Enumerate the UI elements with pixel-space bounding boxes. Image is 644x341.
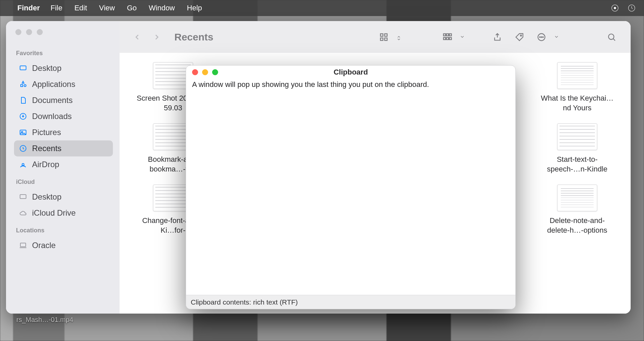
- svg-rect-14: [385, 38, 387, 40]
- computer-icon: [19, 241, 27, 250]
- sidebar-item-recents[interactable]: Recents: [14, 140, 113, 156]
- desktop-icon: [19, 193, 27, 201]
- window-controls: [192, 69, 218, 75]
- svg-point-1: [614, 7, 616, 9]
- menu-go[interactable]: Go: [127, 4, 137, 12]
- sidebar-item-label: Desktop: [32, 192, 61, 202]
- airdrop-icon: [19, 160, 27, 169]
- file-column: What Is the Keychai…nd Yours Start-text-…: [537, 62, 617, 304]
- file-name: What Is the Keychai…nd Yours: [540, 94, 614, 113]
- chevron-down-icon[interactable]: [554, 34, 560, 40]
- svg-point-8: [22, 163, 24, 165]
- menu-edit[interactable]: Edit: [74, 4, 87, 12]
- more-button[interactable]: [535, 31, 548, 43]
- section-favorites: Favorites: [16, 50, 113, 57]
- sidebar-item-oracle[interactable]: Oracle: [14, 237, 113, 253]
- clipboard-titlebar: Clipboard: [186, 66, 515, 79]
- close-dot[interactable]: [15, 29, 21, 35]
- sidebar-item-label: Pictures: [32, 128, 61, 137]
- sidebar-item-label: Applications: [32, 80, 75, 89]
- sidebar-item-applications[interactable]: Applications: [14, 76, 113, 92]
- sidebar-item-label: Downloads: [32, 112, 72, 121]
- file-thumbnail: [557, 185, 597, 211]
- downloads-icon: [19, 112, 27, 121]
- sidebar-item-pictures[interactable]: Pictures: [14, 124, 113, 140]
- file-thumbnail: [557, 62, 597, 89]
- time-machine-icon[interactable]: [627, 4, 636, 12]
- svg-rect-3: [20, 66, 26, 70]
- file-name: Delete-note-and-delete-h…-options: [540, 216, 614, 235]
- applications-icon: [19, 80, 27, 89]
- desktop-file-label[interactable]: rs_Mash…-01.mp4: [8, 316, 82, 324]
- window-title: Clipboard: [186, 68, 515, 77]
- svg-rect-12: [385, 34, 387, 36]
- minimize-dot[interactable]: [26, 29, 32, 35]
- menu-bar: Finder File Edit View Go Window Help: [0, 0, 644, 16]
- section-icloud: iCloud: [16, 179, 113, 186]
- pictures-icon: [19, 128, 27, 137]
- sidebar-item-airdrop[interactable]: AirDrop: [14, 156, 113, 173]
- svg-point-26: [609, 34, 614, 39]
- recents-icon: [19, 144, 27, 153]
- menu-help[interactable]: Help: [187, 4, 202, 12]
- clipboard-window: Clipboard A window will pop up showing y…: [186, 65, 516, 309]
- svg-rect-15: [444, 34, 446, 36]
- svg-rect-20: [449, 37, 451, 39]
- sidebar: Favorites Desktop Applications Documents…: [6, 21, 120, 314]
- documents-icon: [19, 96, 27, 105]
- tags-button[interactable]: [513, 31, 526, 43]
- updown-icon[interactable]: [396, 34, 402, 40]
- zoom-dot[interactable]: [37, 29, 43, 35]
- sidebar-item-documents[interactable]: Documents: [14, 92, 113, 108]
- svg-point-23: [539, 36, 540, 37]
- back-button[interactable]: [132, 32, 142, 42]
- clipboard-content: A window will pop up showing you the las…: [186, 79, 515, 295]
- sidebar-item-label: iCloud Drive: [32, 208, 76, 218]
- sidebar-item-icloud-desktop[interactable]: Desktop: [14, 189, 113, 205]
- svg-point-21: [520, 35, 522, 36]
- zoom-button[interactable]: [212, 69, 218, 75]
- window-controls: [15, 29, 113, 35]
- cloud-icon: [19, 209, 27, 217]
- screen-record-icon[interactable]: [611, 4, 619, 12]
- svg-point-24: [541, 36, 542, 37]
- view-icons-button[interactable]: [377, 31, 390, 43]
- search-button[interactable]: [605, 31, 618, 43]
- app-name[interactable]: Finder: [17, 4, 40, 12]
- minimize-button[interactable]: [202, 69, 208, 75]
- svg-rect-10: [20, 243, 26, 247]
- file-item[interactable]: Start-text-to-speech-…n-Kindle: [540, 123, 614, 174]
- sidebar-item-icloud-drive[interactable]: iCloud Drive: [14, 205, 113, 221]
- menu-window[interactable]: Window: [149, 4, 175, 12]
- sidebar-item-downloads[interactable]: Downloads: [14, 108, 113, 124]
- sidebar-item-label: AirDrop: [32, 160, 59, 169]
- group-button[interactable]: [441, 31, 454, 43]
- menu-view[interactable]: View: [99, 4, 115, 12]
- sidebar-item-label: Oracle: [32, 241, 56, 250]
- svg-point-25: [543, 36, 543, 37]
- svg-rect-11: [380, 34, 383, 36]
- file-name: Start-text-to-speech-…n-Kindle: [540, 155, 614, 174]
- forward-button[interactable]: [152, 32, 162, 42]
- close-button[interactable]: [192, 69, 198, 75]
- svg-rect-9: [20, 195, 26, 199]
- svg-rect-18: [444, 37, 446, 39]
- file-item[interactable]: What Is the Keychai…nd Yours: [540, 62, 614, 113]
- svg-rect-17: [449, 34, 451, 36]
- share-button[interactable]: [491, 31, 504, 43]
- sidebar-item-label: Desktop: [32, 64, 61, 73]
- section-locations: Locations: [16, 227, 113, 234]
- chevron-down-icon[interactable]: [460, 34, 466, 40]
- svg-rect-13: [380, 38, 383, 40]
- clipboard-status: Clipboard contents: rich text (RTF): [186, 295, 515, 309]
- location-title: Recents: [174, 31, 213, 43]
- svg-rect-16: [447, 34, 449, 36]
- sidebar-item-desktop[interactable]: Desktop: [14, 60, 113, 76]
- desktop-icon: [19, 64, 27, 73]
- file-item[interactable]: Delete-note-and-delete-h…-options: [540, 185, 614, 235]
- menu-file[interactable]: File: [50, 4, 62, 12]
- svg-rect-19: [447, 37, 449, 39]
- file-thumbnail: [557, 123, 597, 150]
- sidebar-item-label: Documents: [32, 96, 72, 105]
- finder-toolbar: Recents: [120, 21, 631, 53]
